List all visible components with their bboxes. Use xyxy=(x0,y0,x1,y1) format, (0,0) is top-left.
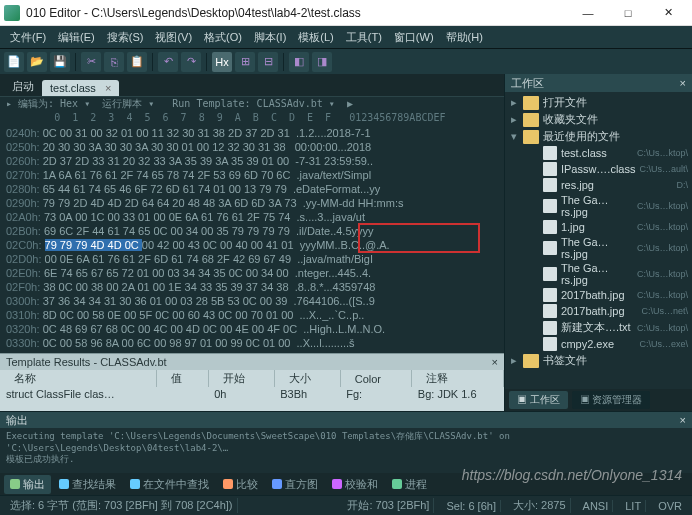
start-tab[interactable]: 启动 xyxy=(4,77,42,96)
copy-icon[interactable]: ⎘ xyxy=(104,52,124,72)
file-icon xyxy=(543,337,557,351)
tree-file[interactable]: 新建文本….txtC:\Us…ktop\ xyxy=(505,319,692,336)
tree-label: 最近使用的文件 xyxy=(543,129,620,144)
save-icon[interactable]: 💾 xyxy=(50,52,70,72)
menu-item[interactable]: 模板(L) xyxy=(292,28,339,47)
workspace-title: 工作区 xyxy=(511,76,544,91)
close-button[interactable]: ✕ xyxy=(648,0,688,26)
template-col[interactable]: 名称 xyxy=(0,370,156,387)
file-icon xyxy=(543,162,557,176)
bottom-tab[interactable]: 校验和 xyxy=(326,475,384,494)
file-tab[interactable]: test.class × xyxy=(42,80,119,96)
template-title: Template Results - CLASSAdv.bt xyxy=(6,356,167,368)
status-size: 大小: 2875 xyxy=(509,498,571,513)
hex-row[interactable]: 0290h: 79 79 2D 4D 4D 2D 64 64 20 48 48 … xyxy=(6,196,498,210)
menu-item[interactable]: 窗口(W) xyxy=(388,28,440,47)
template-cell[interactable]: 0h xyxy=(208,387,274,401)
tree-label: IPassw….class xyxy=(561,163,636,175)
workspace-tab[interactable]: ▣ 工作区 xyxy=(509,391,568,409)
tree-folder[interactable]: ▸收藏夹文件 xyxy=(505,111,692,128)
tree-folder[interactable]: ▸书签文件 xyxy=(505,352,692,369)
open-icon[interactable]: 📂 xyxy=(27,52,47,72)
maximize-button[interactable]: □ xyxy=(608,0,648,26)
hex-row[interactable]: 0300h: 37 36 34 34 31 30 36 01 00 03 28 … xyxy=(6,294,498,308)
bottom-tab[interactable]: 比较 xyxy=(217,475,264,494)
menu-item[interactable]: 格式(O) xyxy=(198,28,248,47)
workspace-tabs: ▣ 工作区▣ 资源管理器 xyxy=(505,389,692,411)
menu-item[interactable]: 搜索(S) xyxy=(101,28,150,47)
tree-file[interactable]: cmpy2.exeC:\Us…exe\ xyxy=(505,336,692,352)
hex-icon[interactable]: Hx xyxy=(212,52,232,72)
tree-file[interactable]: 2017bath.jpgC:\Us…ktop\ xyxy=(505,287,692,303)
menu-item[interactable]: 编辑(E) xyxy=(52,28,101,47)
hex-toolbar[interactable]: ▸ 编辑为: Hex ▾ 运行脚本 ▾ Run Template: CLASSA… xyxy=(0,96,504,112)
template-col[interactable]: Color xyxy=(340,370,412,387)
template-col[interactable]: 开始 xyxy=(208,370,274,387)
hex-row[interactable]: 0280h: 65 44 61 74 65 46 6F 72 6D 61 74 … xyxy=(6,182,498,196)
tool2-icon[interactable]: ⊟ xyxy=(258,52,278,72)
template-cell[interactable] xyxy=(156,387,208,401)
output-close-icon[interactable]: × xyxy=(680,414,686,426)
tree-file[interactable]: test.classC:\Us…ktop\ xyxy=(505,145,692,161)
hex-row[interactable]: 02F0h: 38 0C 00 38 00 2A 01 00 1E 34 33 … xyxy=(6,280,498,294)
template-col[interactable]: 值 xyxy=(156,370,208,387)
hex-row[interactable]: 0240h: 0C 00 31 00 32 01 00 11 32 30 31 … xyxy=(6,126,498,140)
hex-row[interactable]: 02E0h: 6E 74 65 67 65 72 01 00 03 34 34 … xyxy=(6,266,498,280)
bottom-tab[interactable]: 在文件中查找 xyxy=(124,475,215,494)
tree-file[interactable]: 1.jpgC:\Us…ktop\ xyxy=(505,219,692,235)
template-close-icon[interactable]: × xyxy=(491,356,497,368)
tree-folder[interactable]: ▸打开文件 xyxy=(505,94,692,111)
folder-icon xyxy=(523,354,539,368)
folder-icon xyxy=(523,130,539,144)
hex-row[interactable]: 02D0h: 00 0E 6A 61 76 61 2F 6D 61 74 68 … xyxy=(6,252,498,266)
menu-item[interactable]: 视图(V) xyxy=(149,28,198,47)
tree-file[interactable]: res.jpgD:\ xyxy=(505,177,692,193)
tool4-icon[interactable]: ◨ xyxy=(312,52,332,72)
hex-row[interactable]: 02A0h: 73 0A 00 1C 00 33 01 00 0E 6A 61 … xyxy=(6,210,498,224)
hex-row[interactable]: 0270h: 1A 6A 61 76 61 2F 74 65 78 74 2F … xyxy=(6,168,498,182)
new-icon[interactable]: 📄 xyxy=(4,52,24,72)
workspace-tab[interactable]: ▣ 资源管理器 xyxy=(572,391,651,409)
template-col[interactable]: 大小 xyxy=(274,370,340,387)
close-tab-icon[interactable]: × xyxy=(105,82,111,94)
menu-item[interactable]: 脚本(I) xyxy=(248,28,292,47)
hex-row[interactable]: 0330h: 0C 00 58 96 8A 00 6C 00 98 97 01 … xyxy=(6,336,498,350)
file-icon xyxy=(543,321,557,335)
hex-row[interactable]: 02C0h: 79 79 79 4D 4D 0C 00 42 00 43 0C … xyxy=(6,238,498,252)
undo-icon[interactable]: ↶ xyxy=(158,52,178,72)
workspace-close-icon[interactable]: × xyxy=(680,77,686,89)
hex-row[interactable]: 0320h: 0C 48 69 67 68 0C 00 4C 00 4D 0C … xyxy=(6,322,498,336)
tree-file[interactable]: The Ga…rs.jpgC:\Us…ktop\ xyxy=(505,261,692,287)
template-col[interactable]: 注释 xyxy=(412,370,504,387)
hex-row[interactable]: 0310h: 8D 0C 00 58 0E 00 5F 0C 00 60 43 … xyxy=(6,308,498,322)
output-panel: 输出 × Executing template 'C:\Users\Legend… xyxy=(0,411,692,473)
bottom-tab[interactable]: 直方图 xyxy=(266,475,324,494)
template-cell[interactable]: Fg: xyxy=(340,387,412,401)
menu-item[interactable]: 工具(T) xyxy=(340,28,388,47)
cut-icon[interactable]: ✂ xyxy=(81,52,101,72)
redo-icon[interactable]: ↷ xyxy=(181,52,201,72)
file-tab-label: test.class xyxy=(50,82,96,94)
minimize-button[interactable]: — xyxy=(568,0,608,26)
template-cell[interactable]: B3Bh xyxy=(274,387,340,401)
hex-row[interactable]: 02B0h: 69 6C 2F 44 61 74 65 0C 00 34 00 … xyxy=(6,224,498,238)
menu-item[interactable]: 帮助(H) xyxy=(440,28,489,47)
hex-row[interactable]: 0260h: 2D 37 2D 33 31 20 32 33 3A 35 39 … xyxy=(6,154,498,168)
template-cell[interactable]: struct ClassFile clas… xyxy=(0,387,156,401)
tree-file[interactable]: The Ga…rs.jpgC:\Us…ktop\ xyxy=(505,193,692,219)
menu-item[interactable]: 文件(F) xyxy=(4,28,52,47)
hex-area[interactable]: 0240h: 0C 00 31 00 32 01 00 11 32 30 31 … xyxy=(0,126,504,353)
tree-file[interactable]: IPassw….classC:\Us…ault\ xyxy=(505,161,692,177)
bottom-tab[interactable]: 查找结果 xyxy=(53,475,122,494)
hex-row[interactable]: 0250h: 20 30 30 3A 30 30 3A 30 30 01 00 … xyxy=(6,140,498,154)
tree-file[interactable]: The Ga…rs.jpgC:\Us…ktop\ xyxy=(505,235,692,261)
tree-folder[interactable]: ▾最近使用的文件 xyxy=(505,128,692,145)
tree-file[interactable]: 2017bath.jpgC:\Us…net\ xyxy=(505,303,692,319)
bottom-tab[interactable]: 输出 xyxy=(4,475,51,494)
tool-icon[interactable]: ⊞ xyxy=(235,52,255,72)
tree-path: C:\Us…net\ xyxy=(641,306,688,316)
bottom-tab[interactable]: 进程 xyxy=(386,475,433,494)
tool3-icon[interactable]: ◧ xyxy=(289,52,309,72)
paste-icon[interactable]: 📋 xyxy=(127,52,147,72)
template-cell[interactable]: Bg: JDK 1.6 xyxy=(412,387,504,401)
